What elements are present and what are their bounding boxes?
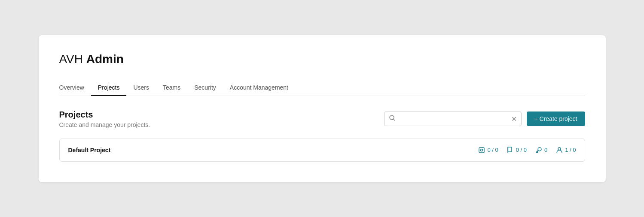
search-input[interactable] <box>399 115 511 122</box>
app-title-prefix: AVH <box>59 52 83 66</box>
svg-line-1 <box>393 119 395 121</box>
svg-point-6 <box>558 148 561 150</box>
projects-header: Projects Create and manage your projects… <box>59 110 585 128</box>
project-stats: 0 / 0 0 / 0 0 <box>478 147 576 154</box>
svg-rect-4 <box>508 147 512 152</box>
search-box[interactable]: ✕ <box>384 112 522 126</box>
clear-icon[interactable]: ✕ <box>511 115 517 123</box>
tab-security[interactable]: Security <box>187 80 223 96</box>
key-icon <box>535 147 542 154</box>
tab-users[interactable]: Users <box>126 80 156 96</box>
svg-rect-2 <box>479 148 484 153</box>
svg-point-3 <box>481 149 483 151</box>
stat-environments: 0 / 0 <box>478 147 498 154</box>
search-icon <box>389 115 396 123</box>
tab-projects[interactable]: Projects <box>91 80 127 96</box>
stat-members-value: 1 / 0 <box>565 147 576 153</box>
environment-icon <box>478 147 485 154</box>
create-project-button[interactable]: + Create project <box>527 112 585 126</box>
nav-tabs: Overview Projects Users Teams Security A… <box>59 80 585 96</box>
projects-subheading: Create and manage your projects. <box>59 121 150 128</box>
members-icon <box>556 147 563 154</box>
tab-account-management[interactable]: Account Management <box>223 80 295 96</box>
project-row: Default Project 0 / 0 0 / <box>59 139 585 162</box>
tab-overview[interactable]: Overview <box>59 80 91 96</box>
main-card: AVH Admin Overview Projects Users Teams … <box>39 35 606 182</box>
projects-actions: ✕ + Create project <box>384 112 585 126</box>
app-title-bold: Admin <box>86 52 124 66</box>
tab-teams[interactable]: Teams <box>156 80 187 96</box>
stat-flags-value: 0 / 0 <box>516 147 527 153</box>
app-title: AVH Admin <box>59 52 585 66</box>
stat-keys: 0 <box>535 147 547 154</box>
stat-flags: 0 / 0 <box>507 147 527 154</box>
projects-title-block: Projects Create and manage your projects… <box>59 110 150 128</box>
project-name: Default Project <box>68 147 111 154</box>
stat-environments-value: 0 / 0 <box>487 147 498 153</box>
stat-members: 1 / 0 <box>556 147 576 154</box>
projects-heading: Projects <box>59 110 150 120</box>
flag-icon <box>507 147 514 154</box>
stat-keys-value: 0 <box>544 147 547 153</box>
